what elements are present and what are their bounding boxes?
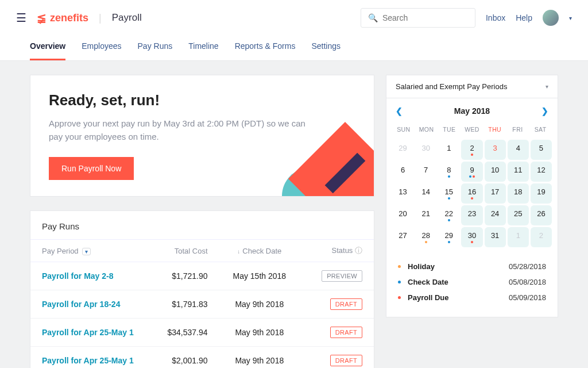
cal-day[interactable]: 31 xyxy=(485,227,506,247)
cal-day[interactable]: 13 xyxy=(392,183,413,204)
app-title: Payroll xyxy=(112,12,142,24)
payrun-cost: $2,001.90 xyxy=(152,347,219,369)
tab-timeline[interactable]: Timeline xyxy=(188,36,218,60)
cal-day[interactable]: 30 xyxy=(461,227,482,247)
cal-prev[interactable]: ❮ xyxy=(396,106,403,116)
legend-row: Payroll Due05/09/2018 xyxy=(398,290,546,305)
payrun-status: DRAFT xyxy=(300,319,374,347)
cal-day[interactable]: 2 xyxy=(531,227,552,247)
cal-day[interactable]: 27 xyxy=(392,227,413,247)
pay-period-selector[interactable]: Salaried and Exempt Pay Periods ▾ xyxy=(386,75,558,98)
dow-label: FRI xyxy=(506,126,529,133)
cal-day[interactable]: 8 xyxy=(438,162,459,182)
zenefits-logo-icon: ≨ xyxy=(37,11,47,25)
cal-day[interactable]: 1 xyxy=(508,227,529,247)
payrun-status: DRAFT xyxy=(300,347,374,369)
cal-day[interactable]: 7 xyxy=(415,162,436,182)
table-row: Payroll for Apr 25-May 1$34,537.94May 9t… xyxy=(30,319,374,347)
cal-day[interactable]: 5 xyxy=(531,140,552,160)
tab-reports-forms[interactable]: Reports & Forms xyxy=(235,36,296,60)
cal-day[interactable]: 6 xyxy=(392,162,413,182)
cal-day[interactable]: 9 xyxy=(461,162,482,182)
payrun-link[interactable]: Payroll for Apr 25-May 1 xyxy=(30,319,152,347)
cal-day[interactable]: 18 xyxy=(508,183,529,204)
payrun-link[interactable]: Payroll for Apr 18-24 xyxy=(30,290,152,319)
legend-date: 05/09/2018 xyxy=(509,293,546,302)
brand-logo[interactable]: ≨ zenefits xyxy=(37,11,88,25)
cal-day[interactable]: 20 xyxy=(392,205,413,225)
tab-employees[interactable]: Employees xyxy=(82,36,121,60)
dow-label: TUE xyxy=(438,126,461,133)
payrun-cost: $1,721.90 xyxy=(152,262,219,290)
pay-runs-card: Pay Runs Pay Period▾ Total Cost ↓Check D… xyxy=(30,210,374,368)
help-link[interactable]: Help xyxy=(516,13,532,22)
cal-day[interactable]: 1 xyxy=(438,140,459,160)
cal-day[interactable]: 16 xyxy=(461,183,482,204)
main-nav: OverviewEmployeesPay RunsTimelineReports… xyxy=(0,36,588,61)
legend-row: Check Date05/08/2018 xyxy=(398,274,546,290)
chevron-down-icon: ▾ xyxy=(546,83,548,90)
search-box[interactable]: 🔍 xyxy=(361,8,475,28)
table-row: Payroll for Apr 18-24$1,791.83May 9th 20… xyxy=(30,290,374,319)
cal-day[interactable]: 3 xyxy=(485,140,506,160)
avatar[interactable] xyxy=(543,10,559,26)
cal-month: May 2018 xyxy=(454,106,490,116)
selector-label: Salaried and Exempt Pay Periods xyxy=(396,82,507,91)
col-date[interactable]: ↓Check Date xyxy=(219,240,300,262)
cal-day[interactable]: 11 xyxy=(508,162,529,182)
cal-day[interactable]: 25 xyxy=(508,205,529,225)
col-cost[interactable]: Total Cost xyxy=(152,240,219,262)
period-dropdown-icon[interactable]: ▾ xyxy=(82,248,91,255)
cal-day[interactable]: 21 xyxy=(415,205,436,225)
payrun-date: May 15th 2018 xyxy=(219,262,300,290)
search-input[interactable] xyxy=(382,13,468,22)
tab-overview[interactable]: Overview xyxy=(30,36,65,60)
payrun-link[interactable]: Payroll for May 2-8 xyxy=(30,262,152,290)
dow-label: SUN xyxy=(392,126,415,133)
legend-date: 05/28/2018 xyxy=(509,262,546,271)
legend-dot xyxy=(398,265,401,268)
run-payroll-button[interactable]: Run Payroll Now xyxy=(49,157,134,180)
cal-day[interactable]: 26 xyxy=(531,205,552,225)
menu-icon[interactable]: ☰ xyxy=(16,11,26,25)
dow-label: MON xyxy=(415,126,438,133)
cal-day[interactable]: 17 xyxy=(485,183,506,204)
info-icon[interactable]: ⓘ xyxy=(355,246,362,255)
legend-row: Holiday05/28/2018 xyxy=(398,259,546,274)
dow-label: WED xyxy=(461,126,483,133)
cal-day[interactable]: 23 xyxy=(461,205,482,225)
cal-day[interactable]: 24 xyxy=(485,205,506,225)
col-period[interactable]: Pay Period▾ xyxy=(30,240,152,262)
cal-day[interactable]: 14 xyxy=(415,183,436,204)
cal-day[interactable]: 19 xyxy=(531,183,552,204)
payrun-link[interactable]: Payroll for Apr 25-May 1 xyxy=(30,347,152,369)
hero-card: Ready, set, run! Approve your next pay r… xyxy=(30,75,374,197)
legend-dot xyxy=(398,281,401,283)
cal-day[interactable]: 15 xyxy=(438,183,459,204)
legend-label: Holiday xyxy=(408,262,509,271)
chevron-down-icon[interactable]: ▾ xyxy=(569,15,572,21)
payrun-date: May 9th 2018 xyxy=(219,347,300,369)
cal-day[interactable]: 12 xyxy=(531,162,552,182)
cal-day[interactable]: 29 xyxy=(392,140,413,160)
search-icon: 🔍 xyxy=(368,13,378,22)
dow-label: THU xyxy=(483,126,506,133)
cal-day[interactable]: 10 xyxy=(485,162,506,182)
cal-next[interactable]: ❯ xyxy=(541,106,548,116)
divider: | xyxy=(99,12,102,24)
cal-day[interactable]: 28 xyxy=(415,227,436,247)
table-row: Payroll for May 2-8$1,721.90May 15th 201… xyxy=(30,262,374,290)
sort-down-icon: ↓ xyxy=(237,248,240,255)
cal-day[interactable]: 29 xyxy=(438,227,459,247)
payrun-date: May 9th 2018 xyxy=(219,319,300,347)
cal-day[interactable]: 4 xyxy=(508,140,529,160)
inbox-link[interactable]: Inbox xyxy=(486,13,505,22)
cal-day[interactable]: 2 xyxy=(461,140,482,160)
col-status[interactable]: Status ⓘ xyxy=(300,240,374,262)
cal-grid: 2930123456789101112131415161718192021222… xyxy=(386,137,558,256)
tab-pay-runs[interactable]: Pay Runs xyxy=(138,36,173,60)
legend-label: Payroll Due xyxy=(408,293,509,302)
cal-day[interactable]: 22 xyxy=(438,205,459,225)
tab-settings[interactable]: Settings xyxy=(311,36,341,60)
cal-day[interactable]: 30 xyxy=(415,140,436,160)
